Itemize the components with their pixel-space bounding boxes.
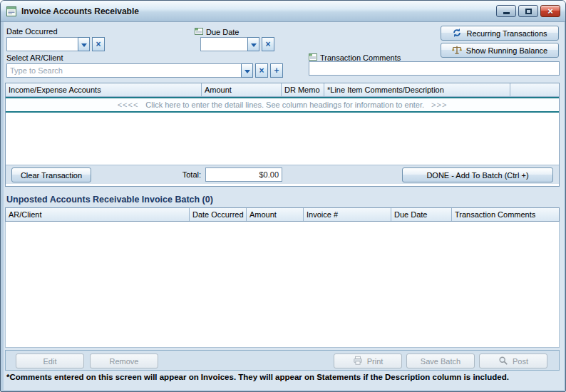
hint-right-arrows: >>> (431, 100, 447, 109)
due-date-clear-button[interactable]: × (262, 37, 274, 51)
close-button[interactable]: × (540, 5, 560, 17)
due-date-input[interactable] (200, 37, 248, 51)
invoice-ar-window: Invoice Accounts Receivable × Date Occur… (0, 0, 566, 392)
detail-table-body[interactable] (6, 113, 559, 165)
recurring-transactions-button[interactable]: Recurring Transactions (441, 26, 559, 41)
minimize-icon (503, 12, 510, 14)
transaction-comments-input[interactable] (309, 61, 560, 76)
post-button[interactable]: Post (479, 354, 547, 368)
chevron-down-icon (81, 43, 87, 47)
batch-table-header: AR/Client Date Occurred Amount Invoice #… (5, 207, 560, 222)
transaction-footer: Clear Transaction Total: $0.00 DONE - Ad… (6, 165, 559, 184)
save-batch-button[interactable]: Save Batch (406, 354, 475, 368)
date-occurred-input[interactable] (6, 37, 78, 51)
chevron-down-icon (251, 43, 257, 47)
post-label: Post (513, 357, 528, 366)
scales-icon (452, 45, 462, 56)
ar-client-add-button[interactable]: + (270, 63, 283, 78)
minimize-button[interactable] (496, 5, 516, 17)
maximize-icon (525, 9, 532, 14)
detail-col-dr-memo: DR Memo (282, 83, 324, 96)
detail-col-amount: Amount (202, 83, 282, 96)
detail-entry-hint-row[interactable]: <<<< Click here to enter the detail line… (6, 97, 559, 113)
edit-button[interactable]: Edit (16, 354, 84, 368)
detail-col-income-expense-accounts: Income/Expense Accounts (6, 83, 202, 96)
date-occurred-label: Date Occurred (6, 27, 58, 36)
ar-client-search-input[interactable] (6, 63, 242, 78)
batch-table-body[interactable] (5, 222, 560, 348)
batch-col-date-occurred: Date Occurred (190, 208, 247, 221)
window-controls: × (496, 5, 560, 17)
batch-col-amount: Amount (247, 208, 304, 221)
due-date-combo: × (200, 37, 274, 51)
batch-col-transaction-comments: Transaction Comments (452, 208, 559, 221)
printer-icon (353, 356, 363, 367)
show-running-balance-label: Show Running Balance (466, 46, 547, 55)
remove-button[interactable]: Remove (90, 354, 158, 368)
magnifier-icon (498, 356, 508, 367)
batch-col-due-date: Due Date (391, 208, 452, 221)
total-label: Total: (161, 170, 201, 179)
chevron-down-icon (245, 70, 250, 73)
date-occurred-clear-button[interactable]: × (92, 37, 105, 51)
ar-client-clear-button[interactable]: × (255, 63, 268, 78)
ar-client-combo: × + (6, 63, 283, 78)
due-date-dropdown-button[interactable] (247, 37, 259, 51)
comments-footnote: *Comments entered on this screen will ap… (6, 373, 509, 381)
batch-col-invoice-number: Invoice # (304, 208, 391, 221)
detail-table-header: Income/Expense Accounts Amount DR Memo *… (6, 83, 559, 97)
window-title: Invoice Accounts Receivable (21, 6, 139, 16)
print-button[interactable]: Print (334, 354, 402, 368)
hint-left-arrows: <<<< (118, 100, 139, 109)
ar-client-dropdown-button[interactable] (241, 63, 253, 78)
hint-text: Click here to enter the detail lines. Se… (145, 100, 424, 109)
recurring-transactions-label: Recurring Transactions (466, 29, 547, 38)
titlebar[interactable]: Invoice Accounts Receivable × (1, 1, 565, 22)
app-icon (6, 6, 17, 17)
detail-lines-group: Income/Expense Accounts Amount DR Memo *… (5, 83, 560, 187)
detail-col-line-item-comments: *Line Item Comments/Description (324, 83, 510, 96)
date-occurred-combo: × (6, 37, 105, 51)
batch-col-ar-client: AR/Client (6, 208, 190, 221)
select-ar-client-label: Select AR/Client (6, 53, 63, 62)
refresh-arrows-icon (452, 28, 462, 39)
detail-col-extra (510, 83, 559, 96)
date-occurred-dropdown-button[interactable] (78, 37, 90, 51)
total-value-field: $0.00 (205, 167, 282, 182)
show-running-balance-button[interactable]: Show Running Balance (441, 43, 559, 58)
clear-transaction-button[interactable]: Clear Transaction (11, 167, 91, 182)
due-date-label: Due Date (206, 28, 239, 36)
batch-actions-strip: Edit Remove Print Save Batch (5, 350, 560, 371)
window-content: Date Occurred × Due Date × (4, 22, 564, 390)
print-label: Print (367, 357, 384, 366)
maximize-button[interactable] (518, 5, 538, 17)
done-add-to-batch-button[interactable]: DONE - Add To Batch (Ctrl +) (402, 167, 553, 182)
batch-section-title: Unposted Accounts Receivable Invoice Bat… (6, 195, 213, 205)
